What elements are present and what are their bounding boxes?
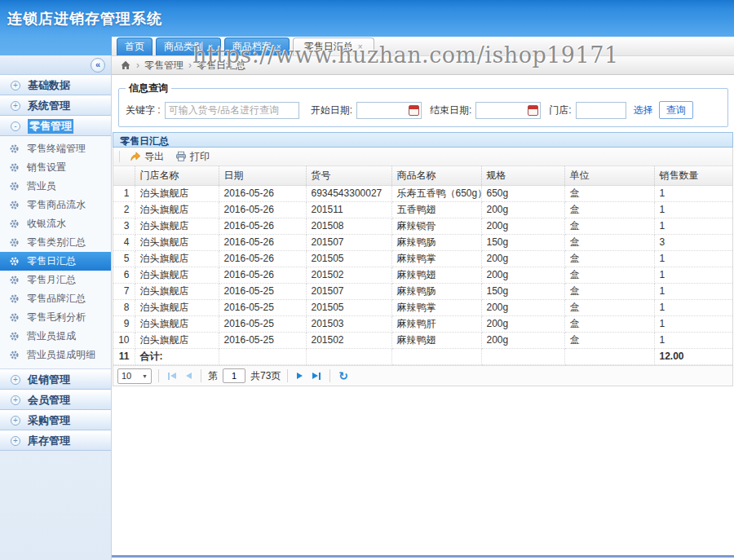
home-icon[interactable]	[120, 60, 131, 71]
sku-cell: 201507	[306, 284, 391, 300]
end-date-input[interactable]	[479, 104, 528, 116]
accordion-section-header[interactable]: + 系统管理	[0, 95, 111, 116]
keyword-input[interactable]	[165, 102, 299, 119]
grid-column-header[interactable]: 货号	[306, 166, 391, 186]
grid-row[interactable]: 10 泊头旗舰店 2016-05-25 201502 麻辣鸭翅 200g 盒 1	[113, 333, 732, 349]
collapse-minus-icon[interactable]: -	[11, 121, 20, 131]
grid-row[interactable]: 3 泊头旗舰店 2016-05-26 201508 麻辣锁骨 200g 盒 1	[113, 218, 732, 235]
breadcrumb-item[interactable]: 零售管理	[144, 59, 184, 73]
page-size-select[interactable]: 10 ▼	[117, 368, 152, 384]
tab[interactable]: 首页 ×	[117, 37, 153, 55]
qty-cell: 1	[654, 284, 732, 300]
calendar-icon[interactable]	[528, 105, 538, 116]
sidebar-menu-item[interactable]: 零售品牌汇总	[0, 289, 111, 308]
breadcrumb-items: › 零售管理 › 零售日汇总	[136, 59, 245, 73]
qty-cell: 1	[654, 316, 732, 333]
tab-close-icon[interactable]: ×	[208, 43, 213, 51]
sidebar-menu-item[interactable]: 零售毛利分析	[0, 308, 111, 327]
expand-plus-icon[interactable]: +	[11, 81, 20, 90]
accordion-section-label: 促销管理	[28, 373, 70, 387]
gear-icon	[9, 181, 20, 192]
accordion-section-header[interactable]: + 采购管理	[0, 410, 111, 430]
spec-cell: 200g	[481, 300, 564, 316]
tab-label: 零售日汇总	[304, 40, 353, 54]
tab-bar: 首页 × 商品类别 × 商品档案 × 零售日汇总 ×	[112, 37, 734, 55]
grid-row[interactable]: 7 泊头旗舰店 2016-05-25 201507 麻辣鸭肠 150g 盒 1	[113, 284, 732, 300]
grid-column-header[interactable]	[113, 166, 135, 186]
gear-icon	[9, 256, 20, 267]
date-cell: 2016-05-26	[219, 251, 306, 267]
sidebar-menu-item[interactable]: 营业员提成明细	[0, 346, 111, 364]
tab-close-icon[interactable]: ×	[358, 43, 363, 51]
tab[interactable]: 商品档案 ×	[224, 37, 290, 55]
panel-body: 导出 打印	[113, 148, 733, 386]
accordion-section-header[interactable]: + 库存管理	[0, 430, 111, 451]
qty-cell: 1	[654, 251, 732, 267]
sidebar-menu-item[interactable]: 零售商品流水	[0, 196, 111, 214]
accordion-section-header[interactable]: + 促销管理	[0, 369, 111, 390]
grid-row[interactable]: 9 泊头旗舰店 2016-05-25 201503 麻辣鸭肝 200g 盒 1	[113, 316, 732, 333]
breadcrumb-item[interactable]: 零售日汇总	[197, 59, 245, 73]
calendar-icon[interactable]	[409, 105, 419, 116]
grid-row[interactable]: 8 泊头旗舰店 2016-05-25 201505 麻辣鸭掌 200g 盒 1	[113, 300, 732, 316]
last-page-button[interactable]	[310, 370, 323, 382]
grid-row[interactable]: 1 泊头旗舰店 2016-05-26 6934543300027 乐寿五香鸭（6…	[113, 186, 732, 202]
grid-column-header[interactable]: 规格	[481, 166, 564, 186]
expand-plus-icon[interactable]: +	[11, 416, 20, 426]
sidebar-menu-item[interactable]: 零售类别汇总	[0, 233, 111, 252]
grid-column-header[interactable]: 门店名称	[135, 166, 219, 186]
grid-column-header[interactable]: 单位	[564, 166, 654, 186]
tab[interactable]: 零售日汇总 ×	[293, 37, 374, 55]
gear-icon	[9, 162, 20, 173]
sidebar-menu-item[interactable]: 营业员提成	[0, 327, 111, 346]
grid-row[interactable]: 11 合计: 12.00	[113, 349, 732, 365]
search-button[interactable]: 查询	[659, 101, 693, 119]
sidebar-menu-item[interactable]: 零售终端管理	[0, 139, 111, 158]
page-number-input[interactable]	[223, 368, 245, 383]
prev-page-button[interactable]	[184, 370, 194, 381]
sidebar-menu-item[interactable]: 收银流水	[0, 214, 111, 233]
first-page-button[interactable]	[166, 370, 179, 382]
unit-cell: 盒	[564, 316, 654, 333]
row-number-cell: 10	[113, 333, 135, 349]
product-cell: 麻辣鸭翅	[391, 267, 481, 284]
gear-icon	[9, 275, 20, 285]
grid-row[interactable]: 4 泊头旗舰店 2016-05-26 201507 麻辣鸭肠 150g 盒 3	[113, 235, 732, 251]
sidebar-menu-item[interactable]: 零售日汇总	[0, 252, 111, 271]
sidebar-menu-item[interactable]: 零售月汇总	[0, 271, 111, 289]
store-input[interactable]	[576, 102, 626, 119]
grid-column-header[interactable]: 商品名称	[391, 166, 481, 186]
next-page-button[interactable]	[294, 370, 305, 381]
unit-cell: 盒	[564, 218, 654, 235]
tab[interactable]: 商品类别 ×	[156, 37, 221, 55]
store-label: 门店:	[549, 104, 571, 117]
accordion-section-label: 采购管理	[28, 413, 70, 428]
tab-label: 首页	[125, 40, 144, 54]
grid-row[interactable]: 6 泊头旗舰店 2016-05-26 201502 麻辣鸭翅 200g 盒 1	[113, 267, 732, 284]
tab-close-icon[interactable]: ×	[276, 43, 281, 51]
grid-row[interactable]: 2 泊头旗舰店 2016-05-26 201511 五香鸭翅 200g 盒 1	[113, 202, 732, 218]
store-cell: 泊头旗舰店	[135, 202, 219, 218]
grid-row[interactable]: 5 泊头旗舰店 2016-05-26 201505 麻辣鸭掌 200g 盒 1	[113, 251, 732, 267]
accordion-section-header[interactable]: + 基础数据	[0, 75, 111, 95]
expand-plus-icon[interactable]: +	[11, 101, 20, 111]
grid-column-header[interactable]: 日期	[219, 166, 306, 186]
grid-column-header[interactable]: 销售数量	[654, 166, 732, 186]
page-size-value: 10	[122, 371, 131, 381]
refresh-icon[interactable]: ↻	[338, 369, 348, 382]
product-cell: 五香鸭翅	[391, 202, 481, 218]
sidebar-menu-item-label: 零售月汇总	[27, 273, 76, 287]
store-cell: 泊头旗舰店	[135, 235, 219, 251]
sidebar-menu-item[interactable]: 销售设置	[0, 158, 111, 177]
sidebar-menu-item[interactable]: 营业员	[0, 177, 111, 196]
accordion-section-header-expanded[interactable]: - 零售管理	[0, 116, 111, 136]
store-select-link[interactable]: 选择	[634, 104, 653, 117]
sidebar-collapse-button[interactable]: «	[91, 58, 105, 73]
accordion-section-header[interactable]: + 会员管理	[0, 390, 111, 410]
expand-plus-icon[interactable]: +	[11, 395, 20, 405]
expand-plus-icon[interactable]: +	[11, 375, 20, 385]
export-button[interactable]: 导出	[126, 148, 168, 165]
print-button[interactable]: 打印	[171, 148, 214, 165]
start-date-input[interactable]	[360, 104, 409, 116]
expand-plus-icon[interactable]: +	[11, 436, 20, 446]
